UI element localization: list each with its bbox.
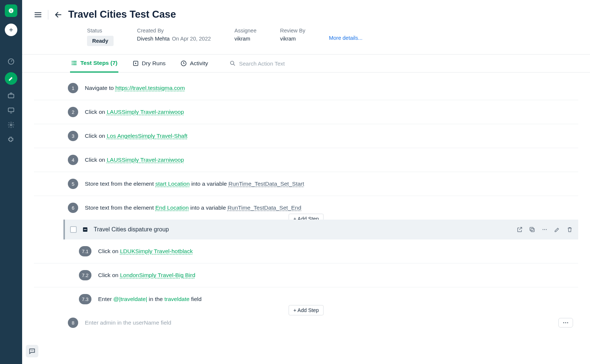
chat-icon [28, 347, 36, 355]
svg-rect-4 [8, 94, 14, 98]
step-text: Store text from the element start Locati… [85, 181, 304, 187]
step-row[interactable]: 4 Click on LAUSSimply Travel-zarniwoop [34, 148, 578, 172]
group-title: Travel Cities dispature group [94, 226, 169, 233]
review-value: vikram [280, 36, 305, 42]
tab-test-steps[interactable]: Test Steps (7) [70, 55, 118, 73]
svg-point-19 [567, 322, 568, 323]
more-details-link[interactable]: More details... [329, 28, 362, 41]
step-number: 4 [68, 155, 78, 165]
review-block: Review By vikram [280, 28, 305, 42]
step-text: Click on LAUSSimply Travel-zarniwoop [85, 157, 184, 163]
step-group-row[interactable]: Travel Cities dispature group [63, 220, 578, 239]
step-link[interactable]: LondonSimply Travel-Big Bird [120, 272, 195, 278]
step-link[interactable]: End Location [155, 204, 189, 211]
new-step-placeholder[interactable]: Enter admin in the userName field [85, 319, 171, 326]
hamburger-icon [34, 11, 42, 19]
tab-activity[interactable]: Activity [180, 55, 209, 72]
step-link[interactable]: Los AngelesSimply Travel-Shaft [107, 133, 187, 139]
clock-icon [180, 60, 187, 67]
assignee-label: Assignee [235, 28, 257, 34]
created-by-date: On Apr 20, 2022 [172, 36, 211, 42]
created-by-block: Created By Divesh Mehta On Apr 20, 2022 [137, 28, 211, 42]
svg-point-18 [565, 322, 566, 323]
svg-rect-13 [530, 227, 533, 231]
tab-dry-runs[interactable]: Dry Runs [132, 55, 167, 72]
step-row[interactable]: 5 Store text from the element start Loca… [34, 172, 578, 196]
step-text: Click on LAUSSimply Travel-zarniwoop [85, 109, 184, 115]
step-number: 8 [68, 318, 78, 328]
open-external-button[interactable] [516, 226, 523, 233]
group-actions [516, 226, 573, 233]
tab-test-steps-label: Test Steps (7) [80, 60, 118, 66]
back-button[interactable] [54, 11, 62, 19]
svg-point-21 [32, 350, 32, 351]
meta-row: Status Ready Created By Divesh Mehta On … [22, 28, 590, 54]
dashboard-nav[interactable] [7, 57, 15, 66]
edit-nav-active[interactable] [5, 72, 17, 85]
step-link[interactable]: https://travel.testsigma.com [115, 85, 185, 91]
copy-button[interactable] [529, 226, 535, 233]
step-text: Navigate to https://travel.testsigma.com [85, 85, 185, 91]
step-row[interactable]: 1 Navigate to https://travel.testsigma.c… [34, 76, 578, 100]
step-link[interactable]: LAUSSimply Travel-zarniwoop [107, 109, 184, 115]
group-collapse-icon[interactable] [82, 226, 88, 233]
step-text: Click on LondonSimply Travel-Big Bird [98, 272, 195, 279]
step-number: 5 [68, 179, 78, 189]
more-button[interactable] [541, 226, 548, 233]
svg-point-20 [31, 350, 32, 351]
pencil-icon [8, 76, 14, 81]
created-by-label: Created By [137, 28, 211, 34]
steps-container: 1 Navigate to https://travel.testsigma.c… [22, 73, 590, 364]
plus-icon [8, 27, 14, 33]
step-number: 7.1 [79, 246, 91, 256]
status-label: Status [87, 28, 114, 34]
step-link[interactable]: start Location [155, 181, 190, 187]
svg-rect-5 [8, 108, 14, 112]
step-variable[interactable]: RunTime_TestData_Set_End [228, 204, 301, 211]
briefcase-nav[interactable] [7, 91, 15, 99]
briefcase-icon [7, 92, 15, 99]
svg-point-9 [230, 61, 234, 64]
row-more-button[interactable] [558, 318, 573, 328]
step-row[interactable]: 3 Click on Los AngelesSimply Travel-Shaf… [34, 124, 578, 148]
svg-point-15 [544, 229, 545, 230]
trash-icon [566, 226, 573, 233]
svg-point-17 [563, 322, 564, 323]
app-logo[interactable]: t [5, 4, 17, 17]
edit-button[interactable] [554, 226, 560, 233]
main-content: Travel Cities Test Case Status Ready Cre… [22, 0, 590, 364]
new-step-row[interactable]: 8 Enter admin in the userName field [34, 311, 578, 335]
add-button[interactable] [5, 24, 17, 36]
substep-row[interactable]: 7.2 Click on LondonSimply Travel-Big Bir… [34, 263, 578, 287]
gear-t-icon: t [7, 7, 15, 15]
dots-icon [541, 226, 548, 233]
step-number: 3 [68, 131, 78, 141]
header-divider [48, 10, 48, 20]
monitor-nav[interactable] [7, 106, 15, 114]
search-input[interactable] [239, 60, 313, 67]
extension-nav[interactable] [7, 136, 15, 144]
step-number: 2 [68, 107, 78, 117]
search-wrap [229, 60, 313, 67]
arrow-left-icon [54, 11, 62, 19]
step-row[interactable]: 2 Click on LAUSSimply Travel-zarniwoop [34, 100, 578, 124]
svg-point-16 [546, 229, 546, 230]
step-variable[interactable]: RunTime_TestData_Set_Start [228, 181, 304, 187]
step-text: Click on LDUKSimply Travel-hotblack [98, 248, 193, 255]
chat-widget[interactable] [26, 345, 38, 357]
delete-button[interactable] [566, 226, 573, 233]
settings-nav[interactable] [7, 121, 15, 129]
svg-point-6 [10, 124, 12, 126]
dots-icon [562, 321, 569, 325]
menu-toggle[interactable] [34, 11, 42, 19]
substep-row[interactable]: 7.1 Click on LDUKSimply Travel-hotblack [34, 239, 578, 263]
svg-point-22 [33, 350, 34, 351]
step-link[interactable]: LDUKSimply Travel-hotblack [120, 248, 192, 254]
step-text: Enter @|traveldate| in the traveldate fi… [98, 296, 202, 302]
step-param: traveldate [164, 296, 190, 302]
group-checkbox[interactable] [70, 226, 77, 233]
step-link[interactable]: LAUSSimply Travel-zarniwoop [107, 157, 184, 163]
gauge-icon [7, 58, 15, 65]
step-text: Store text from the element End Location… [85, 204, 301, 211]
status-badge[interactable]: Ready [87, 36, 114, 46]
